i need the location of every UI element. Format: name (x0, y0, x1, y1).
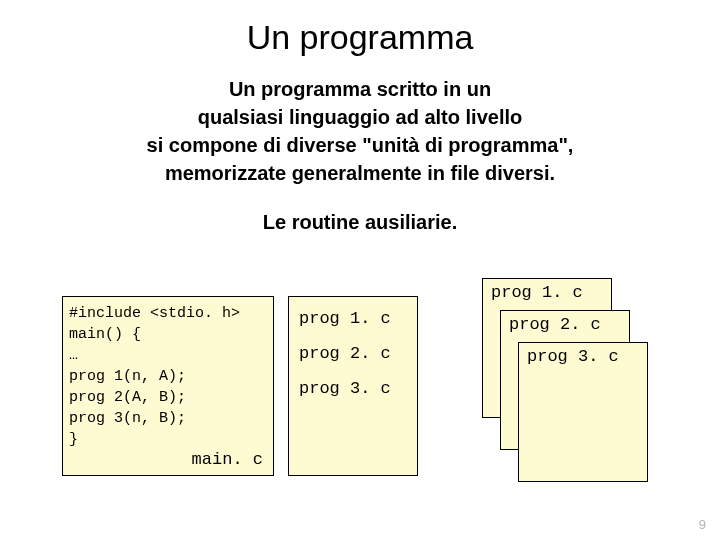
slide: Un programma Un programma scritto in un … (0, 0, 720, 540)
file-card-label: prog 3. c (527, 347, 619, 366)
page-number: 9 (699, 517, 706, 532)
subtitle: Le routine ausiliarie. (40, 211, 680, 234)
file-list-box: prog 1. c prog 2. c prog 3. c (288, 296, 418, 476)
list-item: prog 3. c (299, 379, 407, 398)
list-item: prog 2. c (299, 344, 407, 363)
list-item: prog 1. c (299, 309, 407, 328)
file-card-label: prog 1. c (491, 283, 583, 302)
intro-line-2: qualsiasi linguaggio ad alto livello (198, 106, 523, 128)
intro-line-4: memorizzate generalmente in file diversi… (165, 162, 555, 184)
main-code-box: #include <stdio. h> main() { … prog 1(n,… (62, 296, 274, 476)
intro-paragraph: Un programma scritto in un qualsiasi lin… (40, 75, 680, 187)
file-card-prog3: prog 3. c (518, 342, 648, 482)
file-card-label: prog 2. c (509, 315, 601, 334)
intro-line-3: si compone di diverse "unità di programm… (147, 134, 574, 156)
slide-title: Un programma (40, 18, 680, 57)
main-code: #include <stdio. h> main() { … prog 1(n,… (69, 303, 267, 450)
main-file-label: main. c (192, 450, 263, 469)
intro-line-1: Un programma scritto in un (229, 78, 491, 100)
